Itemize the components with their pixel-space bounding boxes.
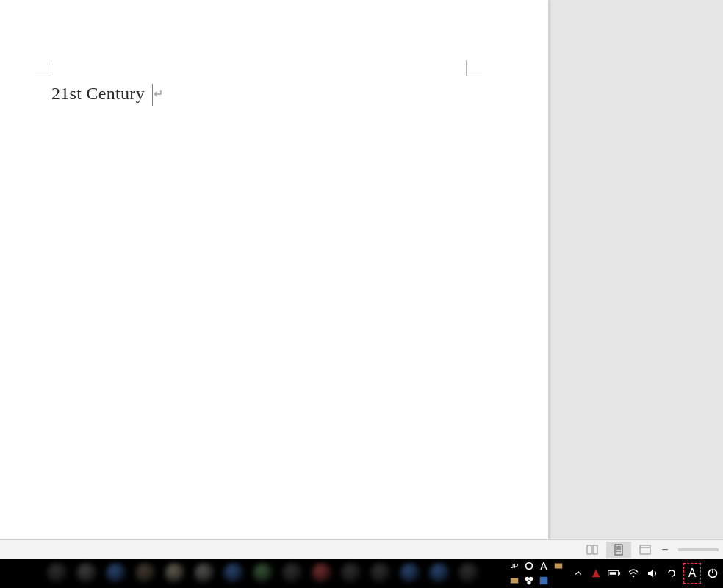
web-icon — [639, 544, 651, 556]
box2-icon — [509, 576, 519, 586]
tray-overflow-grid: JP A — [507, 559, 566, 588]
cluster-icon — [524, 576, 534, 586]
tray-app-icon-5[interactable] — [536, 573, 551, 588]
svg-marker-16 — [592, 570, 600, 578]
taskbar-app-12[interactable] — [367, 560, 394, 587]
app-blob-icon — [194, 563, 215, 584]
tray-app-icon-1[interactable] — [522, 559, 536, 573]
app-blob-icon — [76, 563, 97, 584]
chevron-up-icon — [574, 569, 583, 578]
tray-battery-icon[interactable] — [605, 566, 623, 581]
taskbar-app-10[interactable] — [309, 560, 335, 587]
app-blob-icon — [429, 563, 450, 584]
taskbar-app-9[interactable] — [279, 560, 306, 587]
app-blob-icon — [370, 563, 391, 584]
zoom-out-button[interactable]: − — [659, 543, 671, 556]
box-icon — [553, 561, 564, 571]
circle-icon — [524, 561, 534, 571]
tray-app-icon-4[interactable] — [522, 573, 536, 588]
svg-rect-15 — [540, 577, 548, 585]
taskbar-app-14[interactable] — [426, 560, 453, 587]
taskbar-app-15[interactable] — [456, 560, 482, 587]
tray-language-indicator[interactable]: JP — [507, 559, 522, 573]
document-page[interactable]: 21st Century ↵ — [0, 0, 548, 539]
app-blob-icon — [341, 563, 362, 584]
taskbar-app-5[interactable] — [162, 560, 188, 587]
app-blob-icon — [253, 563, 273, 584]
app-blob-icon — [106, 563, 126, 584]
svg-rect-18 — [619, 572, 620, 575]
status-bar: − — [0, 539, 723, 559]
app-blob-icon — [458, 563, 479, 584]
app-blob-icon — [47, 563, 68, 584]
svg-rect-0 — [587, 545, 591, 554]
tray-app-icon-7[interactable] — [588, 566, 604, 581]
taskbar-app-11[interactable] — [338, 560, 364, 587]
svg-marker-21 — [648, 570, 653, 577]
power-icon — [707, 567, 719, 579]
view-read-mode-button[interactable] — [580, 542, 605, 558]
taskbar-app-3[interactable] — [103, 560, 129, 587]
battery-icon — [608, 569, 621, 578]
tray-action-center-button[interactable] — [704, 563, 722, 584]
svg-rect-10 — [555, 564, 563, 569]
svg-rect-6 — [640, 545, 650, 554]
taskbar-app-13[interactable] — [397, 560, 423, 587]
svg-point-12 — [525, 577, 529, 581]
svg-rect-19 — [610, 572, 616, 575]
speaker-icon — [647, 567, 658, 579]
tray-extra-icon[interactable] — [663, 566, 680, 581]
loop-icon — [666, 567, 677, 579]
taskbar-app-8[interactable] — [250, 560, 276, 587]
page-icon — [613, 544, 625, 556]
svg-rect-11 — [511, 578, 519, 584]
book-icon — [586, 544, 598, 556]
app-blob-icon — [400, 563, 420, 584]
taskbar: JP A — [0, 559, 723, 588]
svg-point-13 — [529, 577, 533, 581]
svg-rect-2 — [615, 545, 622, 555]
svg-point-20 — [633, 576, 635, 578]
editor-area: 21st Century ↵ — [0, 0, 723, 539]
tray-ime-a-icon[interactable]: A — [536, 559, 551, 573]
paragraph-mark-icon: ↵ — [154, 87, 163, 101]
taskbar-app-1[interactable] — [44, 560, 71, 587]
app-root: 21st Century ↵ − — [0, 0, 723, 588]
tray-app-icon-2[interactable] — [551, 559, 566, 573]
taskbar-app-2[interactable] — [73, 560, 100, 587]
tray-app-icon-3[interactable] — [507, 573, 522, 588]
person-icon — [591, 568, 601, 578]
svg-point-9 — [527, 564, 532, 569]
taskbar-app-4[interactable] — [132, 560, 159, 587]
app-blob-icon — [223, 563, 244, 584]
tray-show-hidden-icons-button[interactable] — [570, 566, 586, 581]
document-text[interactable]: 21st Century — [51, 84, 145, 104]
app-blob-icon — [165, 563, 185, 584]
page-crop-top-right — [466, 60, 482, 76]
tray-volume-icon[interactable] — [644, 566, 661, 581]
taskbar-app-6[interactable] — [191, 560, 217, 587]
app-blob-icon — [312, 563, 332, 584]
tray-wifi-icon[interactable] — [625, 566, 642, 581]
taskbar-apps — [0, 559, 507, 588]
tray-ime-mode-button[interactable]: A — [683, 563, 701, 584]
svg-rect-1 — [593, 545, 597, 554]
view-print-layout-button[interactable] — [606, 542, 631, 558]
app-blob-icon — [282, 563, 303, 584]
system-tray: JP A — [507, 559, 723, 588]
page-crop-top-left — [35, 60, 51, 76]
zoom-slider[interactable] — [678, 548, 719, 551]
taskbar-app-7[interactable] — [220, 560, 247, 587]
svg-point-14 — [527, 581, 530, 584]
tray-app-icon-6[interactable] — [551, 573, 566, 588]
wifi-icon — [627, 567, 639, 579]
text-cursor — [152, 84, 153, 106]
app-blob-icon — [135, 563, 156, 584]
view-web-layout-button[interactable] — [633, 542, 658, 558]
blue-icon — [539, 576, 549, 586]
